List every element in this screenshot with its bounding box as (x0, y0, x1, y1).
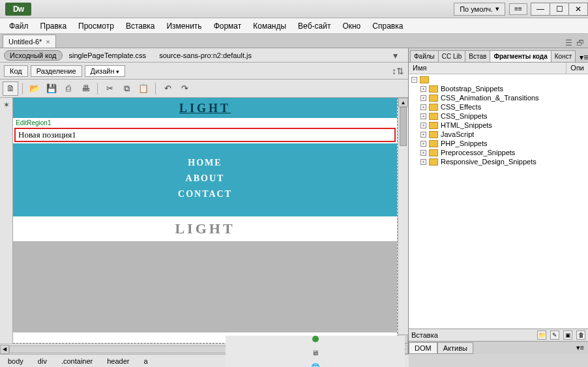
scroll-thumb[interactable] (400, 107, 407, 146)
new-item-icon[interactable]: ▣ (563, 330, 572, 340)
breadcrumb[interactable]: header (103, 357, 133, 366)
breadcrumb[interactable]: .container (57, 357, 96, 366)
tree-item[interactable]: Responsive_Design_Snippets (441, 158, 537, 166)
folder-icon (429, 122, 438, 129)
panel-tab-snippets[interactable]: Фрагменты кода (490, 50, 551, 62)
nav-link-about[interactable]: ABOUT (13, 173, 397, 184)
toggle-panels-icon[interactable]: ↕⇅ (392, 66, 404, 76)
paste-icon[interactable]: 📋 (136, 81, 151, 96)
design-canvas[interactable]: LIGHT EditRegion1 Новая позиция1 HOME AB… (13, 98, 398, 344)
new-file-icon[interactable]: 🗎 (3, 81, 18, 96)
tree-item[interactable]: PHP_Snippets (441, 139, 488, 147)
app-logo: Dw (5, 3, 31, 16)
menu-format[interactable]: Формат (209, 20, 247, 33)
design-view-button[interactable]: Дизайн (85, 65, 126, 77)
tree-item[interactable]: JavaScript (441, 130, 474, 138)
title-bar: Dw По умолч.▾ ≡≡ — ☐ ✕ (0, 0, 588, 18)
nav-link-contact[interactable]: CONTACT (13, 189, 397, 199)
new-snippet-icon[interactable]: ✎ (550, 330, 559, 340)
new-snippet-folder-icon[interactable]: 📁 (537, 330, 546, 340)
menu-commands[interactable]: Команды (248, 20, 291, 33)
menu-modify[interactable]: Изменить (161, 20, 207, 33)
document-tab[interactable]: Untitled-6* × (3, 35, 56, 48)
tree-item[interactable]: HTML_Snippets (441, 121, 492, 129)
breadcrumb[interactable]: a (140, 357, 152, 366)
open-icon[interactable]: 📂 (27, 81, 42, 96)
menu-view[interactable]: Просмотр (73, 20, 119, 33)
code-view-button[interactable]: Код (4, 65, 28, 77)
expand-icon[interactable]: + (420, 159, 426, 165)
vertical-scrollbar[interactable]: ▲ ▼ (398, 98, 408, 344)
dom-tab[interactable]: DOM (409, 342, 437, 354)
tree-item[interactable]: CSS_Effects (441, 103, 481, 111)
expand-icon[interactable]: + (420, 150, 426, 156)
related-files-bar: Исходный код singlePageTemplate.css sour… (0, 48, 408, 63)
panel-tab-insert[interactable]: Встав (465, 50, 490, 62)
panel-menu-icon[interactable]: ▾≡ (576, 53, 588, 62)
nav-link-home[interactable]: HOME (13, 158, 397, 168)
breadcrumb[interactable]: div (34, 357, 51, 366)
menu-site[interactable]: Веб-сайт (293, 20, 336, 33)
tree-item[interactable]: Preprocessor_Snippets (441, 149, 515, 156)
menu-edit[interactable]: Правка (35, 20, 72, 33)
close-button[interactable]: ✕ (568, 3, 588, 16)
scroll-up-icon[interactable]: ▲ (398, 98, 408, 107)
editable-region[interactable]: Новая позиция1 (14, 128, 396, 142)
close-tab-icon[interactable]: × (46, 38, 50, 46)
print-icon[interactable]: 🖶 (78, 81, 93, 96)
undo-icon[interactable]: ↶ (160, 81, 175, 96)
menu-file[interactable]: Файл (4, 20, 34, 33)
cut-icon[interactable]: ✂ (102, 81, 117, 96)
tree-item[interactable]: CSS_Animation_&_Transitions (441, 94, 539, 102)
hero-logo[interactable]: LIGHT (13, 102, 397, 115)
expand-icon[interactable]: + (420, 132, 426, 138)
expand-icon[interactable]: − (411, 77, 417, 83)
panel-tab-cclib[interactable]: CC Lib (438, 50, 466, 62)
menu-window[interactable]: Окно (337, 20, 366, 33)
panel-header: Имя Опи (409, 63, 588, 74)
expand-icon[interactable]: + (420, 123, 426, 128)
copy-icon[interactable]: ⧉ (119, 81, 134, 96)
folder-icon (429, 85, 438, 93)
minimize-button[interactable]: — (531, 3, 550, 16)
delete-icon[interactable]: 🗑 (576, 330, 585, 340)
source-code-pill[interactable]: Исходный код (4, 50, 63, 61)
menu-insert[interactable]: Вставка (121, 20, 160, 33)
related-file[interactable]: source-sans-pro:n2:default.js (153, 50, 258, 61)
workspace-switcher[interactable]: По умолч.▾ (454, 3, 505, 16)
menu-help[interactable]: Справка (367, 20, 408, 33)
panel-tab-construct[interactable]: Конст (551, 50, 576, 62)
expand-icon[interactable]: + (420, 86, 426, 92)
col-desc[interactable]: Опи (566, 63, 588, 74)
tree-item[interactable]: Bootstrap_Snippets (441, 85, 503, 93)
status-dot-icon[interactable] (312, 336, 319, 342)
globe-icon[interactable]: 🌐 (311, 363, 320, 368)
scroll-left-icon[interactable]: ◀ (0, 345, 9, 354)
related-file[interactable]: singlePageTemplate.css (63, 50, 153, 61)
save-all-icon[interactable]: ⎙ (61, 81, 76, 96)
save-icon[interactable]: 💾 (44, 81, 59, 96)
expand-icon[interactable]: + (420, 141, 426, 147)
visual-aids-icon[interactable]: ✶ (1, 99, 12, 111)
breadcrumb[interactable]: body (4, 357, 27, 366)
snippets-tree[interactable]: − +Bootstrap_Snippets +CSS_Animation_&_T… (409, 74, 588, 329)
panel-footer: Вставка 📁 ✎ ▣ 🗑 DOM Активы ▾≡ (409, 329, 588, 354)
expand-icon[interactable]: + (420, 113, 426, 119)
panel-tab-files[interactable]: Файлы (410, 50, 439, 62)
expand-icon[interactable]: + (420, 104, 426, 110)
bottom-panel-menu-icon[interactable]: ▾≡ (572, 344, 588, 352)
split-view-button[interactable]: Разделение (31, 65, 82, 77)
device-preview-icon[interactable]: 🖥 (312, 349, 319, 357)
tree-item[interactable]: CSS_Snippets (441, 112, 488, 120)
col-name[interactable]: Имя (409, 63, 566, 74)
assets-tab[interactable]: Активы (437, 342, 473, 354)
insert-label[interactable]: Вставка (411, 331, 438, 339)
doc-options-icon[interactable]: ☰ (565, 38, 572, 48)
expand-icon[interactable]: + (420, 95, 426, 101)
filter-icon[interactable]: ▾ (387, 49, 404, 62)
sync-settings-button[interactable]: ≡≡ (509, 3, 527, 15)
maximize-button[interactable]: ☐ (550, 3, 569, 16)
redo-icon[interactable]: ↷ (177, 81, 192, 96)
doc-restore-icon[interactable]: 🗗 (576, 38, 584, 48)
folder-icon (420, 76, 429, 83)
